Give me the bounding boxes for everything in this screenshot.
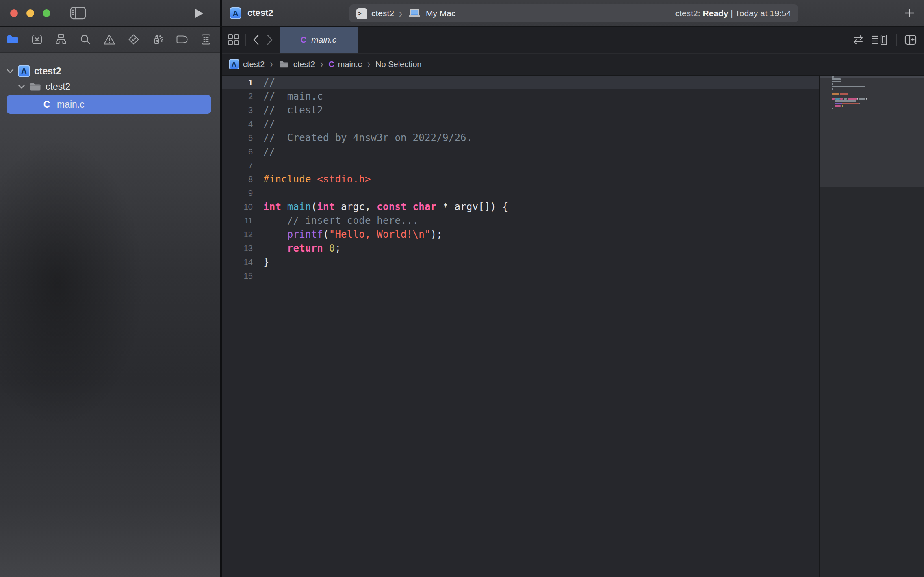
disclosure-chevron-icon[interactable]	[18, 84, 28, 89]
source-editor[interactable]: 1//2// main.c3// ctest24//5// Created by…	[222, 76, 819, 577]
symbol-navigator-icon[interactable]	[55, 33, 67, 46]
navigator-tab-strip	[0, 27, 220, 53]
test-navigator-icon[interactable]	[128, 33, 140, 46]
navigator-sidebar: Actest2ctest2Cmain.c	[0, 27, 220, 577]
report-navigator-icon[interactable]	[200, 33, 212, 46]
go-back-button[interactable]	[252, 34, 260, 46]
code-line-9[interactable]: 9	[222, 186, 819, 200]
breadcrumb-label: main.c	[338, 60, 362, 69]
code-line-4[interactable]: 4//	[222, 117, 819, 131]
code-text: }	[253, 256, 269, 268]
breadcrumb-item-ctest2[interactable]: Actest2	[229, 59, 265, 69]
project-title-group: A ctest2	[230, 7, 273, 19]
minimap[interactable]	[820, 76, 924, 577]
code-text: //	[253, 118, 275, 130]
changes-navigator-icon[interactable]	[31, 33, 43, 46]
breadcrumb-label: ctest2	[243, 60, 265, 69]
code-text: // Created by 4nsw3r on 2022/9/26.	[253, 132, 472, 143]
tab-main-c[interactable]: C main.c	[280, 27, 358, 53]
tree-item-label: ctest2	[34, 66, 61, 77]
toolbar: A ctest2 >_ ctest2 › My Mac ctest2: Read…	[0, 0, 924, 27]
code-text: //	[253, 77, 275, 88]
editor-pane: C main.c	[222, 27, 924, 577]
code-text: // insert code here...	[253, 215, 419, 226]
line-number: 1	[222, 78, 253, 87]
activity-view[interactable]: >_ ctest2 › My Mac ctest2: Ready | Today…	[349, 4, 798, 22]
tab-bar: C main.c	[222, 27, 924, 54]
breadcrumb-item-no-selection[interactable]: No Selection	[375, 60, 421, 69]
code-text: // ctest2	[253, 104, 323, 116]
breakpoint-navigator-icon[interactable]	[176, 33, 188, 46]
minimap-line-6	[820, 88, 924, 90]
debug-navigator-icon[interactable]	[152, 33, 164, 46]
app-icon: A	[17, 65, 31, 77]
tree-item-ctest2[interactable]: ctest2	[0, 79, 220, 94]
disclosure-chevron-icon[interactable]	[7, 69, 17, 74]
toolbar-sidebar-zone	[0, 0, 220, 26]
run-button[interactable]	[194, 8, 204, 19]
chevron-right-icon: ›	[399, 7, 402, 21]
tree-item-ctest2[interactable]: Actest2	[0, 63, 220, 79]
code-line-1[interactable]: 1//	[222, 76, 819, 89]
run-destination[interactable]: My Mac	[426, 9, 456, 18]
window-title: ctest2	[247, 8, 273, 18]
code-line-14[interactable]: 14}	[222, 255, 819, 269]
issue-navigator-icon[interactable]	[103, 33, 115, 46]
editor-options-icon[interactable]	[871, 34, 889, 46]
c-file-icon: C	[301, 35, 306, 45]
tab-overview-icon[interactable]	[228, 34, 240, 46]
line-number: 10	[222, 202, 253, 212]
xcode-window: A ctest2 >_ ctest2 › My Mac ctest2: Read…	[0, 0, 924, 577]
scheme-terminal-icon: >_	[356, 8, 367, 19]
code-line-15[interactable]: 15	[222, 269, 819, 283]
line-number: 15	[222, 271, 253, 281]
app-store-project-icon: A	[230, 7, 241, 19]
code-line-10[interactable]: 10int main(int argc, const char * argv[]…	[222, 200, 819, 214]
tab-label: main.c	[311, 35, 336, 45]
scheme-name[interactable]: ctest2	[371, 9, 394, 18]
minimap-line-8	[820, 93, 924, 95]
code-text: int main(int argc, const char * argv[]) …	[253, 201, 508, 213]
code-line-3[interactable]: 3// ctest2	[222, 103, 819, 117]
minimize-window-button[interactable]	[26, 9, 34, 17]
tree-item-main.c[interactable]: Cmain.c	[7, 95, 211, 114]
line-number: 9	[222, 189, 253, 198]
code-line-12[interactable]: 12 printf("Hello, World!\n");	[222, 228, 819, 241]
app-icon: A	[229, 59, 239, 69]
sidebar-toggle-icon[interactable]	[70, 7, 86, 20]
code-review-icon[interactable]	[852, 35, 864, 45]
code-line-6[interactable]: 6//	[222, 145, 819, 158]
line-number: 3	[222, 106, 253, 115]
line-number: 13	[222, 244, 253, 253]
code-text: printf("Hello, World!\n");	[253, 229, 442, 240]
code-line-13[interactable]: 13 return 0;	[222, 241, 819, 255]
code-line-8[interactable]: 8#include <stdio.h>	[222, 172, 819, 186]
line-number: 8	[222, 175, 253, 184]
code-text: #include <stdio.h>	[253, 174, 371, 185]
close-window-button[interactable]	[10, 9, 18, 17]
code-line-11[interactable]: 11 // insert code here...	[222, 214, 819, 228]
tab-controls-separator	[245, 34, 246, 46]
code-line-5[interactable]: 5// Created by 4nsw3r on 2022/9/26.	[222, 131, 819, 145]
traffic-lights	[10, 9, 50, 17]
c-file-icon: C	[40, 99, 54, 110]
find-navigator-icon[interactable]	[79, 33, 91, 46]
code-text: //	[253, 146, 275, 157]
split-editor-icon[interactable]	[904, 35, 917, 45]
go-forward-button[interactable]	[266, 34, 274, 46]
tab-right-separator	[896, 34, 897, 46]
code-line-7[interactable]: 7	[222, 158, 819, 172]
project-navigator-icon[interactable]	[7, 33, 19, 46]
zoom-window-button[interactable]	[43, 9, 50, 17]
library-add-button[interactable]	[904, 7, 915, 19]
breadcrumb-item-main-c[interactable]: Cmain.c	[328, 60, 362, 69]
breadcrumb-label: No Selection	[375, 60, 421, 69]
breadcrumb-chevron-icon: ›	[320, 57, 323, 71]
my-mac-icon	[408, 9, 421, 18]
breadcrumb-item-ctest2[interactable]: ctest2	[278, 60, 315, 69]
breadcrumb-chevron-icon: ›	[367, 57, 370, 71]
tree-item-label: main.c	[57, 99, 85, 110]
code-line-2[interactable]: 2// main.c	[222, 89, 819, 103]
jump-bar: Actest2›ctest2›Cmain.c›No Selection	[222, 54, 924, 76]
project-tree: Actest2ctest2Cmain.c	[0, 53, 220, 577]
